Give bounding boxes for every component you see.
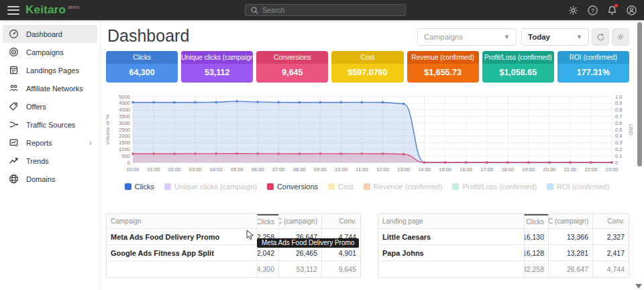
legend-item-cost[interactable]: Cost — [328, 183, 354, 191]
column-header-conv[interactable]: Conv. — [592, 214, 629, 228]
svg-text:2000: 2000 — [119, 133, 130, 139]
column-header-uc-campaign[interactable]: UC (campaign) — [278, 214, 321, 228]
topbar: Keitaro demo ? — [0, 0, 644, 20]
svg-text:10:00: 10:00 — [335, 166, 347, 173]
legend-swatch — [328, 183, 335, 190]
affiliate-networks-icon — [8, 83, 19, 94]
metric-card-label: Clicks — [106, 51, 178, 64]
svg-text:0.7: 0.7 — [615, 113, 622, 119]
sidebar-item-affiliate-networks[interactable]: Affiliate Networks — [3, 79, 97, 97]
legend-label: Revenue (confirmed) — [374, 183, 443, 191]
column-header-clicks[interactable]: Clicks — [257, 214, 278, 228]
cell-name[interactable]: Google Ads Fitness App Split — [107, 245, 257, 260]
metric-card-value: 53,112 — [181, 64, 253, 83]
trends-icon — [8, 156, 19, 166]
legend-swatch — [547, 183, 553, 190]
app-window: Keitaro demo ? — [0, 0, 644, 290]
column-header-campaign[interactable]: Campaign — [107, 214, 257, 228]
metric-card-label: Revenue (confirmed) — [407, 51, 479, 64]
sidebar-item-label: Trends — [26, 157, 49, 165]
legend-item-clicks[interactable]: Clicks — [125, 183, 154, 191]
cell-value: 53,112 — [278, 261, 321, 277]
page-scrollbar[interactable] — [637, 20, 643, 290]
sidebar-item-offers[interactable]: Offers — [3, 97, 97, 115]
search-input[interactable] — [262, 6, 390, 14]
main-content: Dashboard Campaigns ▼ Today ▼ Clicks64,3… — [101, 20, 633, 290]
campaigns-filter-select[interactable]: Campaigns ▼ — [417, 28, 517, 46]
settings-gear-icon[interactable] — [568, 5, 579, 16]
gear-icon — [616, 33, 625, 41]
svg-text:05:00: 05:00 — [231, 166, 244, 173]
legend-item-unique-clicks-campaign[interactable]: Unique clicks (campaign) — [164, 183, 257, 191]
metric-card-value: $597.0760 — [331, 64, 403, 83]
svg-text:4000: 4000 — [119, 107, 130, 113]
sidebar-item-dashboard[interactable]: Dashboard — [3, 25, 97, 43]
sidebar-item-label: Reports — [26, 139, 52, 147]
dashboard-settings-button[interactable] — [612, 28, 629, 46]
sidebar-item-campaigns[interactable]: Campaigns — [3, 43, 97, 61]
svg-text:0.3: 0.3 — [615, 140, 622, 146]
metric-card-profit-loss-confirmed: Profit/Loss (confirmed)$1,058.65 — [482, 51, 554, 83]
column-header-uc-campaign[interactable]: UC (campaign) — [548, 214, 592, 228]
svg-text:0: 0 — [615, 160, 618, 166]
legend-label: Cost — [338, 183, 354, 191]
sidebar-item-domains[interactable]: Domains — [3, 170, 97, 188]
metric-card-conversions: Conversions9,645 — [256, 51, 328, 83]
metric-card-value: $1,058.65 — [482, 64, 554, 83]
sidebar-item-label: Traffic Sources — [26, 121, 75, 129]
chevron-down-icon: ▼ — [504, 34, 510, 40]
legend-item-roi-confirmed[interactable]: ROI (confirmed) — [547, 183, 609, 191]
scrollbar-thumb[interactable] — [637, 22, 642, 166]
svg-text:16:00: 16:00 — [460, 166, 472, 173]
table-footer-row: 64,30053,1129,645 — [107, 261, 360, 277]
legend-item-profit-loss-confirmed[interactable]: Profit/Loss (confirmed) — [452, 183, 537, 191]
table-row[interactable]: Little Caesars16,13013,3662,327 — [378, 229, 629, 245]
sidebar-item-reports[interactable]: Reports› — [3, 134, 97, 152]
cell-name[interactable]: Little Caesars — [378, 229, 524, 244]
column-header-landing-page[interactable]: Landing page — [378, 214, 524, 228]
column-header-clicks[interactable]: Clicks — [524, 214, 548, 228]
global-search[interactable] — [245, 4, 406, 16]
legend-label: Clicks — [135, 183, 154, 191]
refresh-button[interactable] — [592, 28, 609, 46]
svg-text:500: 500 — [121, 153, 130, 159]
svg-text:20:00: 20:00 — [543, 166, 555, 173]
svg-text:09:00: 09:00 — [314, 166, 327, 173]
metric-card-roi-confirmed: ROI (confirmed)177.31% — [557, 51, 629, 83]
search-icon — [251, 7, 258, 14]
legend-label: Conversions — [277, 183, 318, 191]
svg-text:07:00: 07:00 — [272, 166, 285, 173]
help-icon[interactable]: ? — [587, 5, 598, 16]
svg-text:0: 0 — [127, 160, 130, 166]
notifications-bell-icon[interactable] — [606, 5, 618, 16]
chart-legend: ClicksUnique clicks (campaign)Conversion… — [101, 183, 633, 191]
svg-text:3000: 3000 — [119, 120, 130, 126]
demo-badge: demo — [68, 5, 80, 9]
svg-text:3500: 3500 — [119, 113, 130, 119]
sidebar-item-landings-pages[interactable]: Landings Pages — [3, 61, 97, 79]
user-avatar-icon[interactable] — [626, 5, 637, 16]
cell-name[interactable]: Papa Johns — [378, 245, 524, 260]
legend-item-revenue-confirmed[interactable]: Revenue (confirmed) — [364, 183, 443, 191]
metric-card-label: Profit/Loss (confirmed) — [482, 51, 554, 64]
cell-name[interactable]: Meta Ads Food Delivery Promo — [107, 229, 257, 244]
cell-value: 2,327 — [592, 229, 629, 244]
cell-value: 26,647 — [548, 261, 592, 277]
legend-swatch — [164, 183, 171, 190]
legend-item-conversions[interactable]: Conversions — [267, 183, 318, 191]
svg-text:USD: USD — [628, 124, 633, 136]
metric-card-label: Cost — [331, 51, 403, 64]
column-header-conv[interactable]: Conv. — [321, 214, 360, 228]
scroll-down-arrow-icon[interactable] — [635, 284, 642, 289]
sidebar-nav: DashboardCampaignsLandings PagesAffiliat… — [0, 20, 101, 290]
legend-swatch — [452, 183, 459, 190]
date-range-select[interactable]: Today ▼ — [521, 28, 589, 46]
legend-label: ROI (confirmed) — [557, 183, 609, 191]
sidebar-item-traffic-sources[interactable]: Traffic Sources — [3, 115, 97, 134]
keitaro-logo[interactable]: Keitaro — [25, 3, 66, 17]
hamburger-menu-icon[interactable] — [7, 6, 19, 15]
dashboard-icon — [8, 29, 19, 40]
sidebar-item-label: Domains — [26, 175, 55, 183]
table-row[interactable]: Papa Johns16,12813,2812,417 — [378, 245, 629, 261]
sidebar-item-trends[interactable]: Trends — [3, 152, 97, 170]
